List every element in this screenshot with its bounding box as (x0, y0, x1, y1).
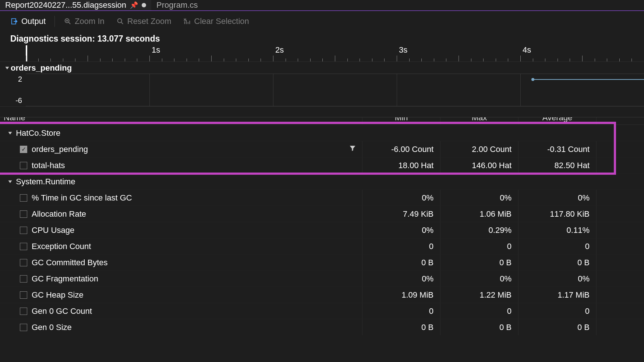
counter-name: Exception Count (32, 242, 91, 251)
counter-min: 0 (429, 242, 434, 251)
counter-min: 18.00 Hat (399, 161, 434, 170)
output-label: Output (21, 17, 46, 26)
counter-name: Gen 0 GC Count (32, 306, 92, 316)
clear-selection-icon (183, 17, 191, 25)
timeline-ruler[interactable]: 1s2s3s4s (26, 45, 644, 61)
filter-icon[interactable] (349, 145, 356, 154)
counter-checkbox[interactable]: ✓ (20, 146, 27, 153)
collapse-icon[interactable] (8, 132, 12, 134)
counter-row[interactable]: GC Fragmentation0%0%0% (0, 270, 644, 287)
collapse-icon[interactable] (6, 67, 9, 70)
counter-name: total-hats (32, 161, 65, 170)
counter-row[interactable]: GC Heap Size1.09 MiB1.22 MiB1.17 MiB (0, 287, 644, 303)
counter-row[interactable]: Gen 0 GC Count000 (0, 303, 644, 319)
toolbar: Output Zoom In Reset Zoom Clear Selectio… (0, 11, 644, 32)
pin-icon[interactable]: 📌 (130, 1, 138, 9)
col-min-header[interactable]: Min (362, 117, 440, 124)
counters-grid: Name Min Max Average HatCo.Store✓orders_… (0, 117, 644, 335)
counter-checkbox[interactable] (20, 324, 27, 331)
counter-checkbox[interactable] (20, 259, 27, 266)
ruler-label: 3s (399, 45, 407, 55)
counter-name: Gen 0 Size (32, 323, 72, 332)
counter-min: 1.09 MiB (401, 290, 434, 300)
counter-max: 2.00 Count (472, 145, 512, 154)
reset-zoom-icon (116, 17, 124, 25)
group-name: HatCo.Store (16, 128, 60, 138)
counter-min: 0% (422, 226, 434, 235)
tab-strip: Report20240227...55.diagsession 📌 Progra… (0, 0, 644, 11)
group-row[interactable]: HatCo.Store (0, 125, 644, 141)
counter-row[interactable]: total-hats18.00 Hat146.00 Hat82.50 Hat (0, 157, 644, 173)
counter-name: orders_pending (32, 145, 88, 154)
counter-row[interactable]: CPU Usage0%0.29%0.11% (0, 222, 644, 238)
counter-name: CPU Usage (32, 226, 74, 235)
counter-row[interactable]: Allocation Rate7.49 KiB1.06 MiB117.80 Ki… (0, 206, 644, 222)
counter-checkbox[interactable] (20, 275, 27, 283)
clear-selection-label: Clear Selection (194, 17, 249, 26)
session-header: Diagnostics session: 13.077 seconds (0, 32, 644, 45)
counter-max: 0 B (499, 323, 512, 332)
counter-row[interactable]: Gen 0 Size0 B0 B0 B (0, 319, 644, 335)
counter-row[interactable]: ✓orders_pending-6.00 Count2.00 Count-0.3… (0, 141, 644, 157)
col-max-header[interactable]: Max (440, 117, 518, 124)
grid-header-row: Name Min Max Average (0, 117, 644, 125)
counter-avg: 0 (585, 306, 590, 316)
counter-name: % Time in GC since last GC (32, 193, 132, 203)
counter-avg: 117.80 KiB (550, 209, 590, 219)
counter-max: 0% (500, 274, 512, 284)
separator (54, 16, 55, 27)
counter-checkbox[interactable] (20, 210, 27, 218)
counter-max: 0 B (499, 258, 512, 267)
counter-avg: 0% (578, 193, 590, 203)
counter-checkbox[interactable] (20, 291, 27, 299)
counter-row[interactable]: Exception Count000 (0, 238, 644, 254)
counter-max: 1.22 MiB (480, 290, 512, 300)
zoom-in-label: Zoom In (75, 17, 105, 26)
reset-zoom-label: Reset Zoom (127, 17, 171, 26)
lane-chart[interactable]: 2 -6 (0, 74, 644, 107)
counter-min: -6.00 Count (391, 145, 434, 154)
col-avg-header[interactable]: Average (518, 117, 596, 124)
counter-checkbox[interactable] (20, 243, 27, 250)
counter-avg: 1.17 MiB (558, 290, 590, 300)
counter-avg: 0 B (577, 258, 590, 267)
counter-avg: 0% (578, 274, 590, 284)
counter-max: 146.00 Hat (472, 161, 512, 170)
counter-checkbox[interactable] (20, 194, 27, 202)
col-tail (596, 117, 644, 124)
counter-checkbox[interactable] (20, 227, 27, 234)
zoom-in-icon (64, 17, 72, 25)
counter-name: GC Committed Bytes (32, 258, 108, 267)
group-row[interactable]: System.Runtime (0, 173, 644, 189)
counter-max: 0 (507, 306, 512, 316)
group-name: System.Runtime (16, 177, 75, 187)
counter-checkbox[interactable] (20, 308, 27, 315)
counter-avg: 0.11% (567, 226, 590, 235)
lane-title: orders_pending (11, 63, 72, 73)
counter-row[interactable]: GC Committed Bytes0 B0 B0 B (0, 254, 644, 270)
counter-max: 1.06 MiB (480, 209, 512, 219)
output-button[interactable]: Output (6, 14, 50, 29)
counter-row[interactable]: % Time in GC since last GC0%0%0% (0, 189, 644, 206)
output-icon (10, 17, 18, 25)
zoom-in-button[interactable]: Zoom In (59, 14, 109, 29)
ruler-label: 4s (523, 45, 531, 55)
counter-name: GC Heap Size (32, 290, 84, 300)
counter-max: 0% (500, 193, 512, 203)
counter-min: 0% (422, 193, 434, 203)
counter-checkbox[interactable] (20, 162, 27, 169)
col-name-header[interactable]: Name (0, 117, 362, 124)
tab-label: Program.cs (156, 0, 198, 10)
lane-y-axis: 2 -6 (0, 74, 26, 106)
lane-header[interactable]: orders_pending (0, 61, 644, 74)
clear-selection-button[interactable]: Clear Selection (179, 14, 254, 29)
tab-label: Report20240227...55.diagsession (5, 0, 126, 10)
reset-zoom-button[interactable]: Reset Zoom (112, 14, 176, 29)
counter-avg: -0.31 Count (547, 145, 590, 154)
lane-plot[interactable] (26, 74, 644, 106)
counter-avg: 0 B (577, 323, 590, 332)
counter-avg: 0 (585, 242, 590, 251)
tab-diagsession[interactable]: Report20240227...55.diagsession 📌 (0, 0, 151, 10)
tab-program-cs[interactable]: Program.cs (151, 0, 203, 10)
collapse-icon[interactable] (8, 180, 12, 183)
